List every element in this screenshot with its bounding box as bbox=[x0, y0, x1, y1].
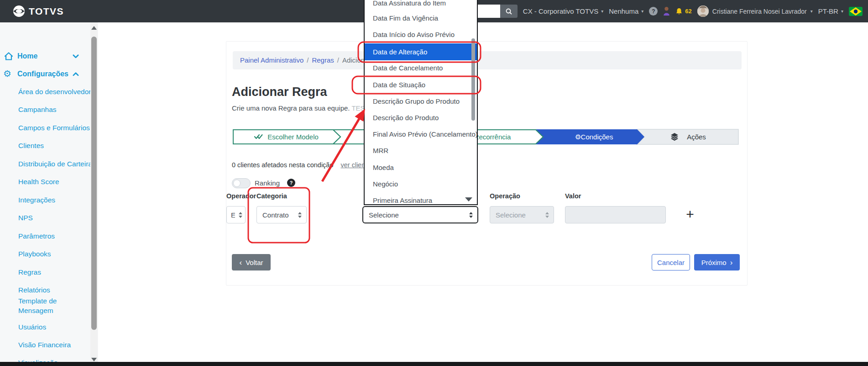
navbar-right-group: CX - Corporativo TOTVS ▾ Nenhuma ▾ ? 62 bbox=[465, 0, 863, 22]
dropdown-scrollbar-thumb[interactable] bbox=[471, 38, 475, 121]
operador-select[interactable]: E bbox=[226, 206, 246, 223]
cancel-button[interactable]: Cancelar bbox=[652, 254, 690, 271]
scroll-down-icon bbox=[465, 197, 472, 202]
avatar bbox=[697, 5, 709, 17]
operador-value: E bbox=[231, 211, 235, 219]
sidebar-item-usuarios[interactable]: Usuários bbox=[18, 323, 46, 332]
sidebar-scrollbar-thumb[interactable] bbox=[91, 37, 97, 330]
chevron-left-icon: ‹ bbox=[239, 259, 242, 266]
sidebar-item-regras[interactable]: Regras bbox=[18, 268, 41, 277]
breadcrumb-link-painel[interactable]: Painel Administrativo bbox=[240, 56, 303, 64]
help-icon[interactable]: ? bbox=[649, 7, 658, 16]
back-button[interactable]: ‹ Voltar bbox=[232, 254, 271, 271]
dropdown-option[interactable]: Moeda bbox=[365, 159, 477, 176]
breadcrumb: Painel Administrativo/Regras/Adicionar R… bbox=[233, 51, 742, 69]
bottom-bar bbox=[0, 362, 868, 366]
language-dropdown[interactable]: PT-BR ▾ bbox=[818, 7, 843, 15]
dropdown-option[interactable]: Descrição Grupo do Produto bbox=[365, 93, 477, 110]
dropdown-option[interactable]: MRR bbox=[365, 143, 477, 159]
sidebar-item-area-desenvolvedor[interactable]: Área do desenvolvedor bbox=[18, 87, 91, 96]
affected-count: 0 clientes afetados nesta condição bbox=[232, 161, 333, 169]
valor-input bbox=[565, 206, 666, 223]
add-condition-button[interactable]: + bbox=[683, 207, 697, 223]
breadcrumb-separator: / bbox=[337, 56, 339, 64]
categoria-select[interactable]: Contrato bbox=[256, 206, 307, 223]
wizard-step-condicoes[interactable]: ⚙ Condições bbox=[536, 129, 644, 144]
dropdown-option[interactable]: Data Início do Aviso Prévio bbox=[365, 27, 477, 43]
select-arrows-icon bbox=[239, 212, 242, 218]
wizard-step-label: Ações bbox=[687, 133, 706, 141]
operacao-value: Selecione bbox=[496, 211, 542, 219]
dropdown-option[interactable]: Final Aviso Prévio (Cancelamento) bbox=[365, 126, 477, 143]
dropdown-option[interactable]: Data de Situação bbox=[365, 77, 477, 93]
caret-down-icon: ▾ bbox=[641, 9, 643, 14]
user-menu[interactable]: Cristiane Ferreira Nosei Lavrador ▾ bbox=[697, 5, 813, 17]
dropdown-option[interactable]: Data Fim da Vigência bbox=[365, 10, 477, 27]
next-button[interactable]: Próximo › bbox=[694, 254, 740, 271]
sidebar-item-visao-financeira[interactable]: Visão Financeira bbox=[18, 340, 71, 350]
sidebar-item-clientes[interactable]: Clientes bbox=[18, 141, 44, 150]
sidebar-item-template-mensagem[interactable]: Template de Mensagem bbox=[18, 296, 78, 315]
cancel-label: Cancelar bbox=[657, 259, 685, 266]
sidebar-item-distribuicao-carteira[interactable]: Distribuição de Carteira bbox=[18, 159, 92, 169]
dropdown-option-highlighted[interactable]: Data de Alteração bbox=[365, 43, 477, 60]
sidebar: Home ⚙ Configurações Área do desenvolved… bbox=[0, 22, 98, 366]
breadcrumb-separator: / bbox=[307, 56, 309, 64]
caret-down-icon: ▾ bbox=[601, 9, 603, 14]
wizard-step-label: Recorrência bbox=[474, 133, 512, 141]
dropdown-option[interactable]: Negócio bbox=[365, 176, 477, 192]
filter-label: Nenhuma bbox=[609, 7, 638, 15]
sidebar-item-playbooks[interactable]: Playbooks bbox=[18, 249, 51, 259]
operador-label: Operador bbox=[226, 192, 256, 200]
chevron-down-icon[interactable] bbox=[72, 53, 79, 60]
page-subtitle-text: Crie uma nova Regra para sua equipe. bbox=[232, 104, 350, 112]
app-window: TOTVS CX - Corporativo TOTVS ▾ Nenhuma ▾… bbox=[0, 0, 868, 366]
select-arrows-icon bbox=[298, 212, 302, 218]
sidebar-item-integracoes[interactable]: Integrações bbox=[18, 196, 55, 205]
wizard-step-acoes[interactable]: Ações bbox=[637, 129, 738, 144]
bell-icon bbox=[675, 8, 683, 15]
filter-dropdown[interactable]: Nenhuma ▾ bbox=[609, 7, 643, 15]
sidebar-item-parametros[interactable]: Parâmetros bbox=[18, 232, 55, 241]
chevron-right-icon: › bbox=[730, 259, 733, 266]
dropdown-option[interactable]: Descrição do Produto bbox=[365, 110, 477, 126]
workspace-dropdown[interactable]: CX - Corporativo TOTVS ▾ bbox=[523, 7, 603, 15]
sidebar-scrollbar[interactable] bbox=[90, 22, 98, 366]
campo-value: Selecione bbox=[369, 211, 465, 219]
sidebar-item-home[interactable]: Home bbox=[17, 51, 37, 61]
categoria-label: Categoria bbox=[256, 192, 287, 200]
ranking-label: Ranking bbox=[255, 179, 280, 187]
person-icon[interactable] bbox=[663, 6, 670, 16]
breadcrumb-link-regras[interactable]: Regras bbox=[312, 56, 334, 64]
totvs-logo-icon bbox=[13, 5, 25, 17]
sidebar-item-nps[interactable]: NPS bbox=[18, 213, 33, 223]
select-arrows-icon bbox=[469, 212, 473, 218]
scroll-up-icon[interactable] bbox=[91, 26, 97, 30]
sidebar-item-health-score[interactable]: Health Score bbox=[18, 177, 59, 186]
sidebar-item-configuracoes[interactable]: Configurações bbox=[17, 69, 68, 79]
page-subtitle: Crie uma nova Regra para sua equipe. TES… bbox=[232, 104, 374, 112]
wizard-step-escolher-modelo[interactable]: Escolher Modelo bbox=[233, 130, 340, 144]
sidebar-item-relatorios[interactable]: Relatórios bbox=[18, 286, 50, 295]
ranking-help-icon[interactable]: ? bbox=[287, 179, 295, 187]
gear-icon: ⚙ bbox=[575, 133, 581, 141]
dropdown-option[interactable]: Primeira Assinatura bbox=[365, 192, 477, 205]
notifications-button[interactable]: 62 bbox=[675, 8, 691, 15]
sidebar-item-campanhas[interactable]: Campanhas bbox=[18, 105, 57, 114]
ranking-toggle[interactable] bbox=[232, 178, 251, 188]
scroll-down-icon[interactable] bbox=[91, 358, 97, 361]
wizard-step-label: Condições bbox=[581, 133, 613, 141]
campo-select-open[interactable]: Selecione bbox=[362, 206, 478, 223]
dropdown-option[interactable]: Data de Cancelamento bbox=[365, 60, 477, 76]
valor-label: Valor bbox=[565, 192, 581, 200]
operacao-label: Operação bbox=[490, 192, 520, 200]
search-button[interactable] bbox=[500, 5, 518, 18]
sidebar-item-campos-formularios[interactable]: Campos e Formulários bbox=[18, 123, 90, 133]
chevron-up-icon[interactable] bbox=[72, 70, 79, 78]
next-label: Próximo bbox=[701, 259, 727, 266]
home-icon bbox=[3, 51, 14, 62]
caret-down-icon: ▾ bbox=[810, 9, 813, 14]
categoria-value: Contrato bbox=[262, 211, 294, 219]
totvs-logo[interactable]: TOTVS bbox=[13, 0, 64, 22]
select-arrows-icon bbox=[545, 212, 549, 218]
